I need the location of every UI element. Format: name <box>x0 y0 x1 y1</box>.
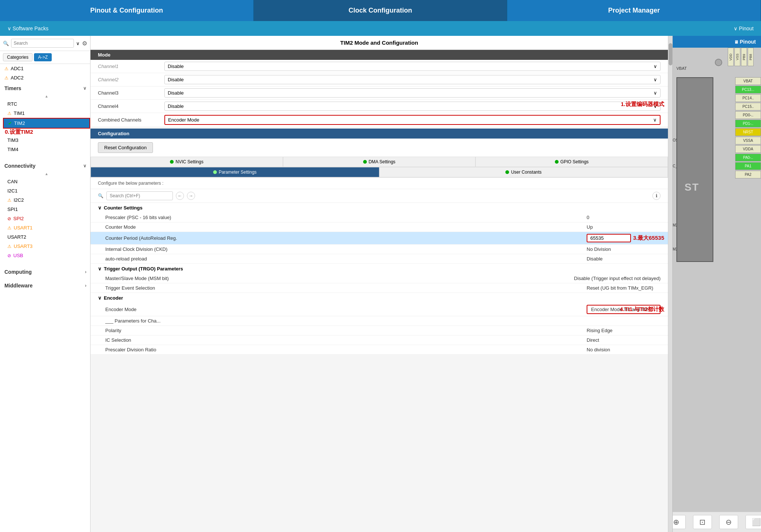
center-scrollbar[interactable] <box>668 36 672 532</box>
sidebar-item-adc1[interactable]: ⚠ ADC1 <box>0 64 90 73</box>
counter-period-input[interactable] <box>587 234 631 242</box>
gear-icon[interactable]: ⚙ <box>82 40 87 47</box>
sidebar-item-can[interactable]: CAN <box>3 177 90 186</box>
pin-vssa[interactable]: VSSA <box>735 137 761 144</box>
params-search-input[interactable] <box>106 191 173 200</box>
tab-user-constants[interactable]: User Constants <box>379 167 668 177</box>
channel1-select[interactable]: Disable ∨ <box>164 62 661 71</box>
annotation-4: 4.TI1 与TI2都计数 <box>620 306 664 313</box>
right-panel: 🖥 Pinout VDD VSS PB9 PB8 VBAT LED OSC_IN… <box>672 36 761 532</box>
encoder-group[interactable]: ∨ Encoder <box>91 293 668 303</box>
config-header: Configuration <box>91 129 668 139</box>
sidebar-item-tim4[interactable]: TIM4 <box>3 145 90 154</box>
pinout-icon: 🖥 <box>734 40 738 45</box>
pin-pc15[interactable]: PC15.. <box>735 103 761 110</box>
tab-categories[interactable]: Categories <box>3 53 33 61</box>
channel2-row: Channel2 Disable ∨ <box>91 73 668 86</box>
param-row-polarity: Polarity Rising Edge <box>91 326 668 335</box>
sidebar-item-rtc[interactable]: RTC <box>3 99 90 109</box>
pin-pd1[interactable]: PD1-.. <box>735 120 761 127</box>
pin-pb8[interactable]: PB8 <box>748 48 754 66</box>
param-row-trigger-event: Trigger Event Selection Reset (UG bit fr… <box>91 283 668 293</box>
tab-atoz[interactable]: A->Z <box>34 53 52 61</box>
chevron-down-icon: ∨ <box>98 295 102 301</box>
tab-nvic-settings[interactable]: NVIC Settings <box>91 157 283 167</box>
tab-parameter-settings[interactable]: Parameter Settings <box>91 167 379 177</box>
sidebar-item-usart2[interactable]: USART2 <box>3 232 90 242</box>
warning-icon: ⚠ <box>7 244 11 249</box>
next-result-button[interactable]: → <box>187 192 195 200</box>
counter-settings-group[interactable]: ∨ Counter Settings <box>91 203 668 213</box>
channel2-select[interactable]: Disable ∨ <box>164 75 661 84</box>
channel1-label: Channel1 <box>98 64 164 69</box>
chevron-down-icon: ∨ <box>653 64 657 69</box>
chip-text: ST <box>685 181 699 193</box>
tab-dma-settings[interactable]: DMA Settings <box>283 157 475 167</box>
pin-pd0[interactable]: PD0-.. <box>735 111 761 119</box>
tab-gpio-settings[interactable]: GPIO Settings <box>475 157 668 167</box>
warning-icon: ⚠ <box>7 198 11 203</box>
computing-section[interactable]: Computing › <box>0 266 90 277</box>
channel3-row: Channel3 Disable ∨ <box>91 86 668 100</box>
tab-pinout-config[interactable]: Pinout & Configuration <box>0 0 254 21</box>
search-dropdown-icon[interactable]: ∨ <box>76 41 80 46</box>
timers-section[interactable]: Timers ∨ <box>0 82 90 93</box>
combined-channels-row: Combined Channels Encoder Mode ∨ <box>91 113 668 127</box>
pin-pb9[interactable]: PB9 <box>741 48 747 66</box>
sidebar-item-tim3[interactable]: TIM3 <box>3 136 90 145</box>
sidebar-search-row: 🔍 ∨ ⚙ <box>0 36 90 51</box>
pin-pa0[interactable]: PA0-.. <box>735 154 761 161</box>
pin-nrst[interactable]: NRST <box>735 128 761 136</box>
connectivity-section[interactable]: Connectivity ∨ <box>0 160 90 171</box>
right-pins: VBAT PC13... PC14.. PC15.. PD0-.. PD1-..… <box>735 77 761 178</box>
zoom-out-button[interactable]: ⊖ <box>719 515 738 529</box>
dot-icon <box>505 170 509 174</box>
trigger-group[interactable]: ∨ Trigger Output (TRGO) Parameters <box>91 264 668 274</box>
chevron-down-icon: ∨ <box>653 90 657 96</box>
software-packs-btn[interactable]: ∨ Software Packs <box>7 25 48 31</box>
prev-result-button[interactable]: ← <box>176 192 184 200</box>
search-input[interactable] <box>11 39 74 48</box>
reset-config-button[interactable]: Reset Configuration <box>98 142 153 153</box>
pin-pc14[interactable]: PC14.. <box>735 94 761 102</box>
channel4-label: Channel4 <box>98 103 164 109</box>
pin-vss[interactable]: VSS <box>734 48 740 66</box>
zoom-in-button[interactable]: ⊕ <box>672 515 686 529</box>
export-button[interactable]: ⬜ <box>745 515 761 529</box>
main-layout: 🔍 ∨ ⚙ Categories A->Z ⚠ ADC1 ⚠ ADC2 Time… <box>0 36 761 532</box>
chip-container: VDD VSS PB9 PB8 VBAT LED OSC_IN C_OUT M2… <box>673 48 761 512</box>
search-icon: 🔍 <box>3 41 9 46</box>
sidebar-item-usb[interactable]: ⊘ USB <box>3 251 90 260</box>
sidebar-item-i2c2[interactable]: ⚠ I2C2 <box>3 195 90 205</box>
pin-pa2[interactable]: PA2 <box>735 171 761 178</box>
warning-icon: ⚠ <box>7 111 11 116</box>
pin-vbat[interactable]: VBAT <box>735 77 761 85</box>
frame-button[interactable]: ⊡ <box>693 515 712 529</box>
search-small-icon: 🔍 <box>98 193 103 198</box>
scrollbar-thumb[interactable] <box>669 43 672 65</box>
sidebar-item-i2c1[interactable]: I2C1 <box>3 186 90 195</box>
pin-vdda[interactable]: VDDA <box>735 145 761 153</box>
error-icon: ⊘ <box>7 216 11 221</box>
channel3-select[interactable]: Disable ∨ <box>164 88 661 98</box>
middleware-section[interactable]: Middleware › <box>0 280 90 290</box>
sidebar-item-adc2[interactable]: ⚠ ADC2 <box>0 73 90 82</box>
info-button[interactable]: ℹ <box>652 192 661 200</box>
sidebar-item-tim2[interactable]: ✔ TIM2 <box>3 118 90 129</box>
combined-select[interactable]: Encoder Mode ∨ <box>164 115 661 125</box>
channel4-select[interactable]: Disable ∨ <box>164 102 661 111</box>
sidebar-item-usart3[interactable]: ⚠ USART3 <box>3 242 90 251</box>
pin-pa1[interactable]: PA1 <box>735 162 761 170</box>
pin-vdd[interactable]: VDD <box>728 48 734 66</box>
pinout-btn[interactable]: ∨ Pinout <box>734 25 754 31</box>
tab-clock-config[interactable]: Clock Configuration <box>254 0 508 21</box>
tab-project-manager[interactable]: Project Manager <box>507 0 761 21</box>
param-row-encoder-mode: Encoder Mode Encoder Mode TI1 and TI2 4.… <box>91 303 668 316</box>
chevron-down-icon: ∨ <box>83 86 86 91</box>
sidebar-item-tim1[interactable]: ⚠ TIM1 <box>3 109 90 118</box>
sidebar-item-usart1[interactable]: ⚠ USART1 <box>3 223 90 232</box>
pin-pc13[interactable]: PC13... <box>735 86 761 93</box>
sidebar-item-spi1[interactable]: SPI1 <box>3 205 90 214</box>
params-table: ∨ Counter Settings Prescaler (PSC - 16 b… <box>91 203 668 355</box>
sidebar-item-spi2[interactable]: ⊘ SPI2 <box>3 214 90 223</box>
